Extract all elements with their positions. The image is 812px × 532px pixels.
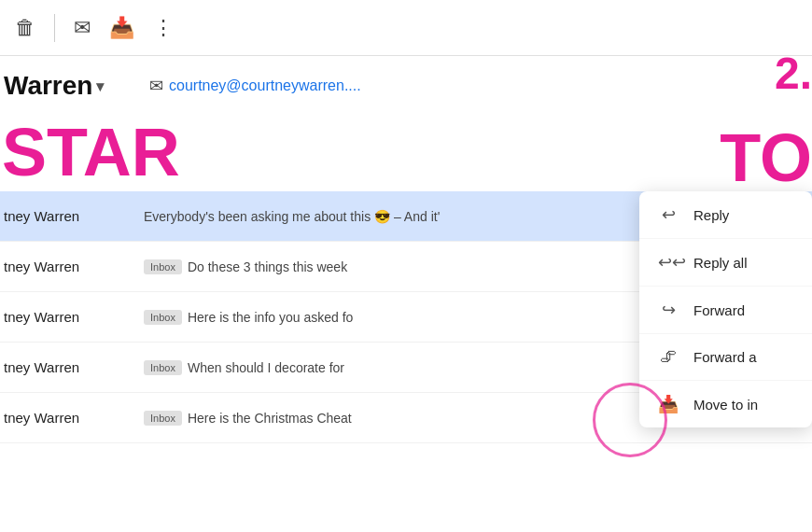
inbox-badge-2: Inbox [144, 310, 182, 325]
menu-item-move[interactable]: 📥 Move to in [639, 381, 812, 427]
menu-item-forward-attach[interactable]: 🖇 Forward a [639, 334, 812, 381]
delete-button[interactable]: 🗑 [15, 16, 35, 40]
to-label: TO [720, 124, 812, 191]
toolbar: 🗑 ✉ 📥 ⋮ [0, 0, 812, 56]
menu-reply-all-label: Reply all [693, 255, 748, 271]
menu-item-reply[interactable]: ↩ Reply [639, 191, 812, 239]
inbox-badge-1: Inbox [144, 259, 182, 274]
archive-button[interactable]: 📥 [109, 16, 134, 40]
email-text[interactable]: courtney@courtneywarren.... [169, 77, 361, 94]
more-button[interactable]: ⋮ [153, 16, 175, 40]
row-sender-0: tney Warren [4, 208, 144, 224]
email-address: ✉ courtney@courtneywarren.... [140, 76, 812, 96]
toolbar-divider [54, 14, 55, 42]
row-sender-2: tney Warren [4, 309, 144, 325]
menu-reply-label: Reply [693, 207, 729, 223]
inbox-badge-4: Inbox [144, 411, 182, 426]
email-icon: ✉ [149, 76, 163, 96]
move-icon: 📥 [658, 394, 679, 414]
row-sender-1: tney Warren [4, 259, 144, 274]
sender-name[interactable]: Warren ▾ [0, 71, 140, 101]
star-label: STAR [2, 119, 180, 186]
inbox-badge-3: Inbox [144, 360, 182, 375]
page-number: 2. [775, 56, 812, 96]
row-sender-3: tney Warren [4, 359, 144, 375]
forward-icon: ↪ [658, 300, 679, 320]
menu-item-forward[interactable]: ↪ Forward [639, 287, 812, 334]
menu-forward-attach-label: Forward a [693, 349, 757, 365]
header-row: Warren ▾ ✉ courtney@courtneywarren.... 2… [0, 56, 812, 112]
star-heading: STAR TO [0, 112, 812, 191]
row-sender-4: tney Warren [4, 410, 144, 426]
dropdown-arrow-icon[interactable]: ▾ [96, 77, 104, 95]
reply-all-icon: ↩↩ [658, 252, 679, 273]
menu-forward-label: Forward [693, 302, 745, 318]
sender-name-text: Warren [4, 71, 92, 101]
forward-attach-icon: 🖇 [658, 347, 679, 367]
menu-move-label: Move to in [693, 397, 758, 413]
context-menu: ↩ Reply ↩↩ Reply all ↪ Forward 🖇 Forward… [639, 191, 812, 427]
reply-icon: ↩ [658, 204, 679, 225]
mark-button[interactable]: ✉ [74, 16, 91, 40]
menu-item-reply-all[interactable]: ↩↩ Reply all [639, 239, 812, 287]
